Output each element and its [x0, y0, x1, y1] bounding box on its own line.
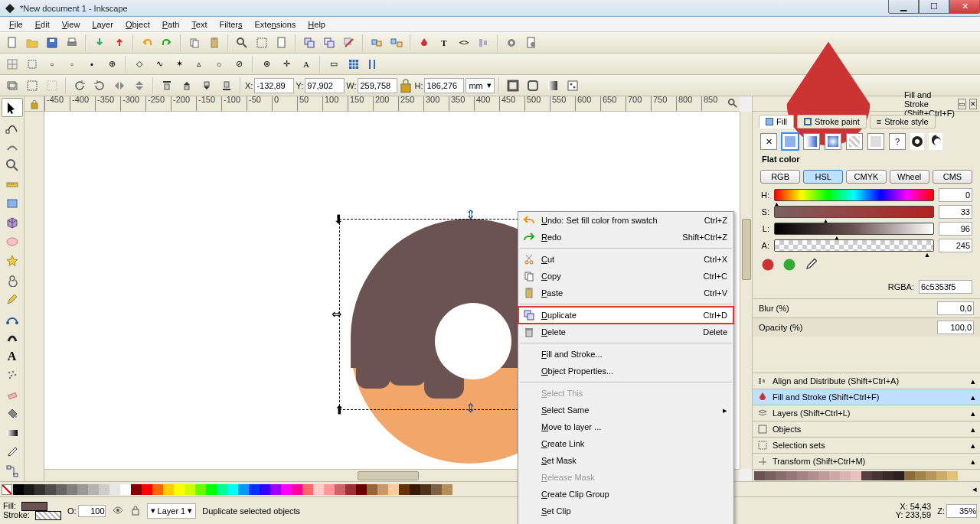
docker-swatch[interactable] [840, 471, 851, 480]
ctx-select-same[interactable]: Select Same▸ [518, 402, 733, 418]
palette-swatch[interactable] [313, 484, 324, 495]
alpha-slider[interactable]: ▲ [774, 239, 934, 252]
palette-swatch[interactable] [399, 484, 410, 495]
flat-color-button[interactable] [782, 133, 799, 150]
menu-view[interactable]: View [56, 18, 87, 31]
spiral-tool[interactable] [2, 270, 23, 289]
lock-guides-icon[interactable] [29, 99, 40, 109]
group-button[interactable] [368, 34, 386, 52]
document-properties-button[interactable] [522, 34, 541, 52]
palette-swatch[interactable] [88, 484, 99, 495]
sat-slider[interactable]: ▲ [774, 206, 934, 218]
current-stroke-swatch[interactable] [35, 511, 61, 520]
docker-swatch[interactable] [947, 471, 958, 480]
palette-swatch[interactable] [260, 484, 270, 495]
save-button[interactable] [43, 34, 61, 52]
align-dialog-button[interactable] [475, 34, 493, 52]
panel-objects[interactable]: Objects▴ [753, 421, 980, 437]
mode-cms[interactable]: CMS [933, 170, 972, 184]
menu-layer[interactable]: Layer [86, 18, 119, 31]
current-fill-swatch[interactable] [21, 502, 47, 511]
zoom-selection-button[interactable] [233, 34, 251, 52]
palette-swatch[interactable] [109, 484, 120, 495]
unlink-clone-button[interactable] [340, 34, 358, 52]
tweak-tool[interactable] [2, 136, 23, 155]
menu-object[interactable]: Object [119, 18, 156, 31]
blur-input[interactable] [937, 301, 974, 315]
docker-swatch[interactable] [765, 471, 776, 480]
window-close-button[interactable]: ✕ [949, 0, 980, 14]
snap-enable-button[interactable] [3, 55, 21, 73]
pencil-tool[interactable] [2, 289, 23, 308]
duplicate-button[interactable] [300, 34, 318, 52]
menu-filters[interactable]: Filters [214, 18, 249, 31]
resize-handle-bm[interactable]: ⇕ [466, 401, 475, 415]
palette-swatch[interactable] [335, 484, 345, 495]
spray-tool[interactable] [2, 366, 23, 386]
eraser-tool[interactable] [2, 386, 23, 405]
copy-button[interactable] [185, 34, 204, 52]
radial-gradient-button[interactable] [825, 133, 841, 150]
import-button[interactable] [90, 34, 109, 52]
rotate-ccw-button[interactable] [70, 76, 89, 95]
menu-help[interactable]: Help [302, 18, 332, 31]
ctx-set-clip[interactable]: Set Clip [518, 503, 733, 519]
sat-input[interactable] [939, 205, 972, 219]
window-minimize-button[interactable]: ▁ [888, 0, 919, 14]
snap-guide-button[interactable] [364, 55, 383, 73]
transform-pattern-button[interactable] [564, 76, 582, 95]
ellipse-tool[interactable] [2, 232, 23, 251]
print-button[interactable] [63, 34, 81, 52]
paste-button[interactable] [205, 34, 224, 52]
transform-stroke-button[interactable] [504, 76, 522, 95]
x-input[interactable] [254, 78, 294, 93]
snap-nodes-button[interactable]: ◇ [130, 55, 149, 73]
palette-swatch[interactable] [292, 484, 302, 495]
lig-input[interactable] [939, 222, 972, 236]
connector-tool[interactable] [2, 462, 23, 481]
select-all-button[interactable] [23, 76, 41, 95]
ctx-move-to-layer[interactable]: Move to layer ... [518, 418, 733, 435]
layer-visibility-icon[interactable] [112, 505, 124, 517]
transform-corners-button[interactable] [524, 76, 542, 95]
snap-bbox-midpoint-button[interactable]: • [83, 55, 101, 73]
snap-bbox-center-button[interactable]: ⊕ [103, 55, 121, 73]
palette-swatch[interactable] [302, 484, 313, 495]
export-button[interactable] [110, 34, 129, 52]
palette-swatch[interactable] [67, 484, 77, 495]
mode-rgb[interactable]: RGB [760, 170, 800, 184]
lock-aspect-button[interactable] [399, 78, 413, 93]
pattern-button[interactable] [846, 133, 863, 150]
ctx-duplicate[interactable]: DuplicateCtrl+D [518, 307, 733, 324]
docker-detach-button[interactable]: ▭ [958, 99, 966, 109]
snap-bbox-edge-button[interactable]: ▫ [43, 55, 61, 73]
panel-align[interactable]: Align and Distribute (Shift+Ctrl+A)▴ [753, 373, 980, 389]
tab-stroke-style[interactable]: ≡Stroke style [870, 115, 936, 129]
zoom-drawing-button[interactable] [253, 34, 271, 52]
docker-swatch[interactable] [829, 471, 840, 480]
scrollbar-thumb[interactable] [358, 471, 419, 480]
zoom-input[interactable] [946, 504, 977, 518]
palette-swatch[interactable] [367, 484, 377, 495]
palette-swatch[interactable] [217, 484, 227, 495]
fill-rule-evenodd[interactable] [910, 133, 924, 150]
opacity-input[interactable] [937, 321, 974, 334]
snap-grid-button[interactable] [345, 55, 363, 73]
ctx-create-clip-group[interactable]: Create Clip Group [518, 486, 733, 503]
selector-tool[interactable] [2, 98, 23, 117]
ctx-fill-and-stroke[interactable]: Fill and Stroke... [518, 346, 733, 363]
palette-swatch[interactable] [206, 484, 217, 495]
lower-button[interactable] [198, 76, 216, 95]
snap-smooth-button[interactable]: ○ [210, 55, 228, 73]
palette-swatch[interactable] [410, 484, 420, 495]
w-input[interactable] [358, 78, 397, 93]
3dbox-tool[interactable] [2, 213, 23, 232]
paintbucket-tool[interactable] [2, 405, 23, 424]
palette-swatch[interactable] [185, 484, 195, 495]
snap-page-border-button[interactable]: ▭ [325, 55, 343, 73]
docker-swatch[interactable] [818, 471, 829, 480]
eyedropper-icon[interactable] [803, 257, 818, 272]
ruler-vertical[interactable] [24, 112, 44, 481]
palette-swatch[interactable] [356, 484, 367, 495]
docker-swatch[interactable] [926, 471, 936, 480]
